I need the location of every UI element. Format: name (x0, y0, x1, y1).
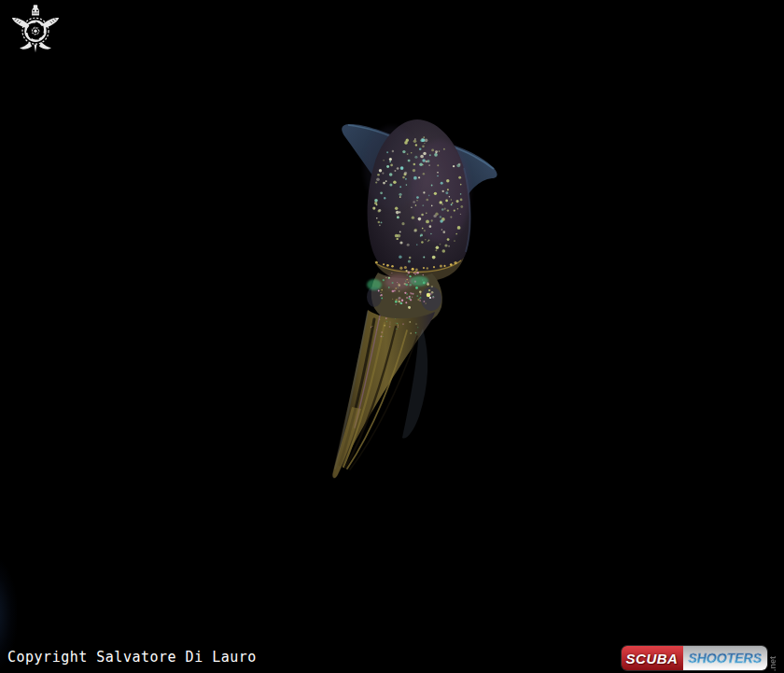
scubashooters-scuba-text: SCUBA (622, 646, 684, 670)
squid-right-eye (421, 287, 441, 311)
squid-photo-illustration (0, 0, 784, 673)
sea-turtle-shutter-icon (9, 2, 62, 56)
scubashooters-pill: SCUBA SHOOTERS (621, 645, 768, 671)
photo-canvas: Copyright Salvatore Di Lauro SCUBA SHOOT… (0, 0, 784, 673)
scubashooters-net-text: .net (769, 645, 777, 671)
copyright-watermark: Copyright Salvatore Di Lauro (7, 649, 257, 666)
scubashooters-shooters-text: SHOOTERS (688, 651, 762, 666)
scubashooters-logo: SCUBA SHOOTERS .net (621, 645, 777, 671)
squid-arms (332, 310, 435, 479)
squid-mantle (364, 119, 470, 282)
scubashooters-shooters-wrap: SHOOTERS (683, 646, 767, 670)
